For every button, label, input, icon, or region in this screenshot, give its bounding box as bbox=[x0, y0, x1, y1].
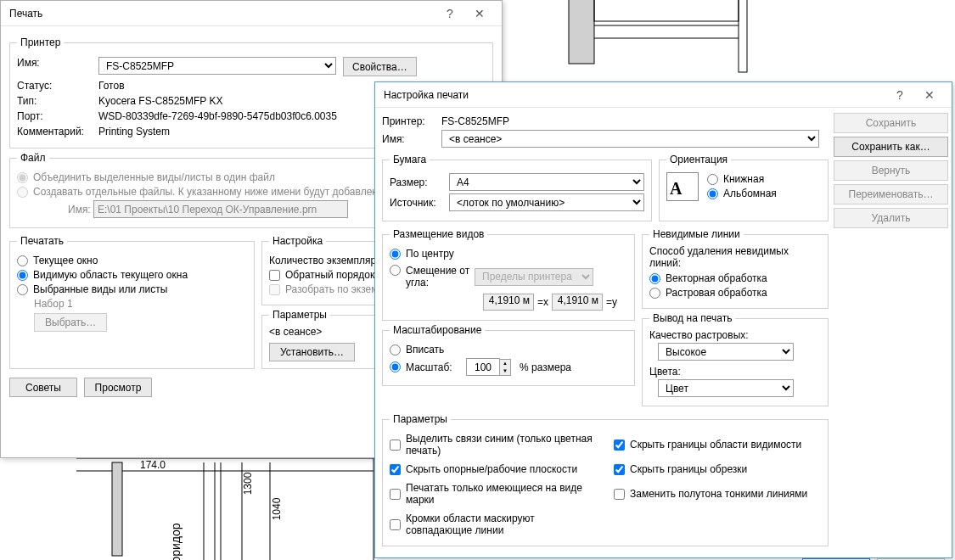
placement-limits-select: Пределы принтера bbox=[475, 268, 593, 286]
paper-source-label: Источник: bbox=[390, 197, 449, 209]
print-setup-titlebar[interactable]: Настройка печати ? ✕ bbox=[375, 82, 952, 108]
output-quality-select[interactable]: Высокое bbox=[658, 343, 794, 361]
preview-button[interactable]: Просмотр bbox=[84, 378, 152, 397]
paper-size-select[interactable]: A4 bbox=[449, 173, 644, 191]
printer-name-label: Имя: bbox=[17, 57, 98, 76]
zoom-scale-radio[interactable]: Масштаб: bbox=[390, 361, 458, 373]
offset-x-field: 4,1910 м bbox=[483, 294, 534, 311]
setup-name-label: Имя: bbox=[382, 133, 441, 145]
orientation-icon: A bbox=[666, 172, 699, 201]
zoom-legend: Масштабирование bbox=[390, 324, 485, 336]
param-hideview-check[interactable]: Скрыть границы области видимости bbox=[614, 433, 821, 456]
copies-label: Количество экземпляр bbox=[269, 255, 376, 266]
printer-port-label: Порт: bbox=[17, 110, 98, 122]
printer-status-label: Статус: bbox=[17, 80, 98, 92]
placement-center-radio[interactable]: По центру bbox=[390, 248, 627, 260]
output-quality-label: Качество растровых: bbox=[649, 329, 821, 341]
placement-legend: Размещение видов bbox=[390, 228, 487, 240]
output-colors-label: Цвета: bbox=[649, 366, 821, 378]
rename-button: Переименовать… bbox=[834, 184, 948, 204]
hidden-lines-group: Невидимые линии Способ удаления невидимы… bbox=[642, 228, 829, 309]
output-colors-select[interactable]: Цвет bbox=[658, 379, 794, 397]
zoom-value-spinner[interactable]: ▲▼ bbox=[466, 358, 511, 376]
svg-rect-1 bbox=[594, 0, 739, 21]
printer-legend: Принтер bbox=[17, 36, 64, 48]
svg-rect-0 bbox=[569, 0, 594, 64]
svg-rect-2 bbox=[739, 0, 747, 72]
output-group: Вывод на печать Качество растровых: Высо… bbox=[642, 312, 829, 406]
hidden-method-label: Способ удаления невидимых линий: bbox=[649, 245, 821, 269]
range-current-radio[interactable]: Текущее окно bbox=[17, 255, 247, 266]
revert-button: Вернуть bbox=[834, 160, 948, 181]
params-legend: Параметры bbox=[269, 309, 330, 321]
printer-status-value: Готов bbox=[98, 80, 125, 92]
param-thinlines-check[interactable]: Заменить полутона тонкими линиями bbox=[614, 482, 821, 506]
paper-legend: Бумага bbox=[390, 154, 430, 165]
printer-comment-value: Printing System bbox=[98, 126, 170, 137]
param-hidecrop-check[interactable]: Скрыть границы обрезки bbox=[614, 463, 821, 475]
printer-type-label: Тип: bbox=[17, 95, 98, 107]
file-name-label: Имя: bbox=[68, 204, 93, 216]
paper-size-label: Размер: bbox=[390, 176, 449, 188]
print-range-group: Печатать Текущее окно Видимую область те… bbox=[9, 235, 255, 369]
close-icon[interactable]: ✕ bbox=[463, 1, 497, 26]
param-onlymarks-check[interactable]: Печатать только имеющиеся на виде марки bbox=[390, 482, 597, 506]
range-select-button: Выбрать… bbox=[34, 313, 107, 332]
zoom-suffix: % размера bbox=[520, 361, 571, 373]
print-dialog-titlebar[interactable]: Печать ? ✕ bbox=[1, 1, 502, 26]
printer-port-value: WSD-80339dfe-7269-49bf-9890-5475db03f0c6… bbox=[98, 110, 337, 122]
orientation-legend: Ориентация bbox=[666, 154, 731, 165]
paper-group: Бумага Размер: A4 Источник: <лоток по ум… bbox=[382, 154, 652, 221]
file-legend: Файл bbox=[17, 152, 49, 164]
zoom-fit-radio[interactable]: Вписать bbox=[390, 344, 627, 356]
print-params-group: Параметры Выделить связи синим (только ц… bbox=[382, 413, 829, 546]
printer-name-select[interactable]: FS-C8525MFP bbox=[98, 57, 336, 75]
delete-button: Удалить bbox=[834, 208, 948, 228]
range-set-label: Набор 1 bbox=[34, 298, 247, 310]
printer-comment-label: Комментарий: bbox=[17, 126, 98, 137]
placement-group: Размещение видов По центру Смещение от у… bbox=[382, 228, 635, 321]
settings-legend: Настройка bbox=[269, 235, 326, 247]
setup-name-select[interactable]: <в сеансе> bbox=[441, 130, 819, 148]
param-hideref-check[interactable]: Скрыть опорные/рабочие плоскости bbox=[390, 463, 597, 475]
setup-printer-value: FS-C8525MFP bbox=[441, 115, 509, 127]
output-legend: Вывод на печать bbox=[649, 312, 735, 324]
orientation-landscape-radio[interactable]: Альбомная bbox=[707, 188, 777, 199]
range-visible-radio[interactable]: Видимую область текущего окна bbox=[17, 269, 247, 281]
help-icon[interactable]: ? bbox=[887, 82, 913, 108]
offset-y-suffix: =y bbox=[606, 296, 617, 308]
printer-properties-button[interactable]: Свойства… bbox=[343, 57, 417, 76]
save-button: Сохранить bbox=[834, 113, 948, 133]
print-dialog-title: Печать bbox=[9, 8, 437, 20]
print-setup-title: Настройка печати bbox=[384, 89, 887, 101]
print-range-legend: Печатать bbox=[17, 235, 67, 247]
placement-offset-radio[interactable]: Смещение от угла: bbox=[390, 265, 475, 288]
hidden-raster-radio[interactable]: Растровая обработка bbox=[649, 287, 821, 299]
help-icon[interactable]: ? bbox=[437, 1, 463, 26]
svg-text:1040: 1040 bbox=[271, 497, 283, 520]
orientation-portrait-radio[interactable]: Книжная bbox=[707, 173, 777, 185]
svg-text:оридор: оридор bbox=[169, 523, 183, 560]
orientation-group: Ориентация A Книжная Альбомная bbox=[659, 154, 829, 221]
saveas-button[interactable]: Сохранить как… bbox=[834, 137, 948, 157]
print-params-legend: Параметры bbox=[390, 413, 451, 425]
svg-text:174.0: 174.0 bbox=[140, 459, 166, 471]
hidden-legend: Невидимые линии bbox=[649, 228, 744, 240]
svg-rect-7 bbox=[112, 462, 122, 556]
param-maskedges-check[interactable]: Кромки области маскируют совпадающие лин… bbox=[390, 512, 597, 536]
file-name-input bbox=[93, 200, 348, 218]
offset-y-field: 4,1910 м bbox=[552, 294, 603, 311]
range-selected-radio[interactable]: Выбранные виды или листы bbox=[17, 283, 247, 295]
offset-x-suffix: =x bbox=[537, 296, 548, 308]
svg-text:1300: 1300 bbox=[242, 472, 254, 495]
print-setup-dialog: Настройка печати ? ✕ Принтер:FS-C8525MFP… bbox=[374, 81, 952, 558]
hidden-vector-radio[interactable]: Векторная обработка bbox=[649, 272, 821, 284]
setup-printer-label: Принтер: bbox=[382, 115, 441, 127]
close-icon[interactable]: ✕ bbox=[913, 82, 947, 108]
params-set-button[interactable]: Установить… bbox=[269, 343, 355, 361]
paper-source-select[interactable]: <лоток по умолчанию> bbox=[449, 193, 644, 211]
tips-button[interactable]: Советы bbox=[9, 378, 77, 397]
printer-type-value: Kyocera FS-C8525MFP KX bbox=[98, 95, 223, 107]
param-blue-check[interactable]: Выделить связи синим (только цветная печ… bbox=[390, 433, 597, 456]
zoom-group: Масштабирование Вписать Масштаб: ▲▼ % ра… bbox=[382, 324, 635, 386]
